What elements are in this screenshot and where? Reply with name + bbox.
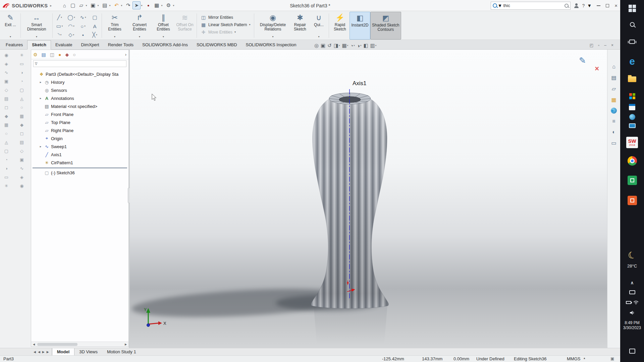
minimize-ribbon-icon[interactable]: – (604, 43, 606, 48)
search-input[interactable] (502, 3, 563, 8)
property-manager-tab[interactable]: ▤ (42, 52, 46, 57)
edit-appearance-button[interactable]: ◧ (363, 43, 368, 49)
circle-tool-button[interactable]: ◯▾ (65, 13, 77, 22)
text-tool-button[interactable]: A (89, 22, 101, 31)
left-toolbar-icon[interactable]: ▢ (2, 147, 10, 154)
shaded-sketch-contours-button[interactable]: ◩ Shaded Sketch Contours (370, 12, 401, 40)
close-button[interactable]: × (614, 3, 618, 8)
left-toolbar-icon[interactable]: ◆ (18, 121, 26, 128)
configuration-manager-tab[interactable]: ◫ (50, 52, 54, 57)
scenes-icon[interactable]: ◐ (612, 129, 615, 135)
brand-flyout-icon[interactable]: ▸ (50, 4, 52, 7)
left-toolbar-icon[interactable]: ✳ (2, 182, 10, 189)
search-icon[interactable] (565, 4, 569, 8)
tree-item-annotations[interactable]: ▸ A Annotations (31, 94, 128, 102)
tree-item-sweep1[interactable]: ▸ ∿ Sweep1 (31, 142, 128, 150)
taskbar-search-button[interactable] (620, 22, 644, 27)
tree-item-sensors[interactable]: ◎ Sensors (31, 86, 128, 94)
zoom-area-button[interactable]: ▣ (321, 43, 325, 49)
appearances-icon[interactable]: ● (611, 108, 617, 114)
left-toolbar-icon[interactable]: ▦ (2, 121, 10, 128)
units-caret-icon[interactable]: ▴ (584, 356, 585, 360)
scroll-left-icon[interactable]: ◀ (31, 343, 37, 346)
left-toolbar-icon[interactable]: ○ (18, 104, 26, 111)
left-toolbar-icon[interactable]: ◈ (2, 60, 10, 67)
home-tab-icon[interactable]: ⌂ (612, 64, 615, 70)
tree-item-origin[interactable]: ⌖ Origin (31, 134, 128, 142)
left-toolbar-icon[interactable]: ◇ (18, 147, 26, 154)
left-toolbar-icon[interactable]: ◻ (18, 130, 26, 137)
section-view-button[interactable]: ◨▾ (334, 43, 340, 49)
left-toolbar-icon[interactable]: ▤ (18, 139, 26, 145)
tab-model[interactable]: Model (52, 348, 75, 355)
exit-sketch-button[interactable]: ✎ Exit ... ▾ (1, 12, 19, 40)
app-grid-button[interactable] (620, 93, 644, 99)
tree-filter-input[interactable]: ∇ (33, 60, 126, 67)
rollback-bar[interactable] (33, 168, 127, 168)
orange-app-button[interactable] (620, 196, 644, 205)
search-scope-dropdown[interactable]: ▾ (498, 2, 501, 9)
left-toolbar-icon[interactable]: ◉ (2, 52, 10, 58)
spline-tool-button[interactable]: ∿▾ (77, 13, 89, 22)
file-properties-button[interactable]: ▦ (153, 1, 161, 9)
offset-entities-button[interactable]: ∥ Offset Entities ▾ (153, 12, 174, 40)
tab-render-tools[interactable]: Render Tools (104, 41, 138, 49)
sketch-tool-button[interactable]: ▢ (89, 13, 101, 22)
mirror-entities-button[interactable]: ◫ Mirror Entities (201, 14, 250, 20)
home-button[interactable]: ⌂ (60, 1, 68, 9)
undo-dropdown[interactable]: ▾ (121, 4, 124, 7)
minimize-button[interactable] (597, 5, 600, 6)
left-toolbar-icon[interactable]: ▣ (18, 156, 26, 163)
globe-app-button[interactable] (620, 114, 644, 120)
convert-entities-button[interactable]: ↱ Convert Entities ▾ (126, 12, 153, 40)
next-tab-icon[interactable]: ▶ (42, 350, 45, 354)
first-tab-icon[interactable]: ◀ (33, 350, 37, 354)
view-palette-icon[interactable]: ▦ (611, 97, 616, 103)
ellipse-tool-button[interactable]: ○▾ (77, 22, 89, 31)
search-scope-icon[interactable] (493, 3, 497, 8)
forum-icon[interactable]: ▭ (611, 140, 616, 146)
quick-snaps-button[interactable]: ∪ Qui... ▾ (310, 12, 328, 40)
repair-sketch-button[interactable]: ✱ Repair Sketch (290, 12, 310, 40)
rectangle-tool-button[interactable]: ▭▾ (54, 22, 65, 31)
left-toolbar-icon[interactable]: ◔ (18, 78, 26, 84)
tab-solidworks-inspection[interactable]: SOLIDWORKS Inspection (241, 41, 301, 49)
edge-button[interactable]: e (620, 56, 644, 66)
prev-tab-icon[interactable]: ◀ (37, 350, 41, 354)
left-toolbar-icon[interactable]: ◆ (2, 113, 10, 119)
confirm-sketch-icon[interactable]: ✎ (579, 56, 586, 65)
last-tab-icon[interactable]: ▶ (46, 350, 50, 354)
left-toolbar-icon[interactable]: ▢ (18, 86, 26, 93)
options-button[interactable]: ⚙ (164, 1, 172, 9)
polygon-tool-button[interactable]: ◇▾ (65, 31, 77, 39)
previous-view-button[interactable]: ↺ (327, 43, 332, 49)
taskbar-clock[interactable]: 8:49 PM 3/30/2023 (620, 320, 644, 330)
tree-item-material[interactable]: ▤ Material <not specified> (31, 102, 128, 110)
units-selector[interactable]: MMGS (567, 356, 580, 361)
tags-icon[interactable]: ▣ (610, 356, 614, 361)
open-button[interactable]: ▱ (77, 1, 85, 9)
point-tool-button[interactable]: • (77, 31, 89, 39)
tab-solidworks-mbd[interactable]: SOLIDWORKS MBD (192, 41, 241, 49)
new-document-button[interactable]: ▢ (69, 1, 77, 9)
tray-overflow-button[interactable]: ∧ (620, 280, 644, 285)
tree-horizontal-scrollbar[interactable]: ◀ ▶ (31, 342, 128, 347)
solidworks-taskbar-button[interactable]: SW 2018 (620, 137, 644, 148)
arc-tool-button[interactable]: ◠▾ (65, 22, 77, 31)
properties-dropdown[interactable]: ▾ (161, 4, 164, 7)
display-style-button[interactable]: ◔▾ (350, 43, 355, 49)
left-toolbar-icon[interactable]: ◑ (18, 69, 26, 76)
construction-tool-button[interactable]: ╳▾ (89, 31, 101, 39)
volume-tray-icon[interactable] (620, 310, 644, 315)
left-toolbar-icon[interactable]: ∿ (2, 69, 10, 76)
extra-manager-tab[interactable]: ○ (73, 52, 75, 57)
left-toolbar-icon[interactable]: ▦ (18, 113, 26, 119)
rapid-sketch-button[interactable]: ⚡ Rapid Sketch (330, 12, 350, 40)
tree-item-cirpattern1[interactable]: ✳ CirPattern1 (31, 159, 128, 167)
calendar-app-button[interactable] (620, 104, 644, 110)
redo-button[interactable]: ↷ (124, 1, 132, 9)
rebuild-button[interactable]: ● (144, 1, 152, 9)
scrollbar-track[interactable] (37, 343, 123, 346)
vase-model[interactable] (311, 93, 389, 308)
tree-item-sketch36[interactable]: ▢ (-) Sketch36 (31, 169, 128, 177)
